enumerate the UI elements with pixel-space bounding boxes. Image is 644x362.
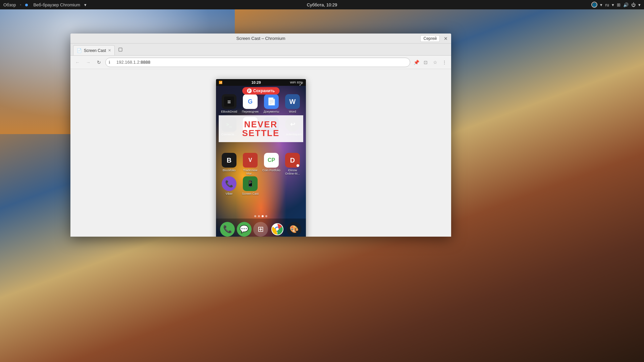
app-idinow-icon: D: [285, 153, 300, 168]
app-empty1-icon: [264, 176, 279, 191]
app-coin-portfolio-label: Coin Portfolio: [262, 169, 280, 172]
app-viber-icon: 📞: [222, 176, 236, 191]
security-icon: ℹ: [109, 60, 110, 65]
browser-tab-screencast[interactable]: 📄 Screen Cast ✕: [73, 45, 115, 55]
phone-status-bar: 📶 10:29 WiFi 83%: [216, 79, 306, 86]
app-blockfolio[interactable]: B Blockfolio: [220, 153, 238, 175]
tab-close-button[interactable]: ✕: [108, 48, 111, 53]
taskbar-browser-name[interactable]: Веб-браузер Chromium: [33, 2, 80, 7]
browser-tabbar: 📄 Screen Cast ✕: [70, 44, 451, 56]
app-empty1: [262, 176, 281, 195]
taskbar-overview[interactable]: Обзор: [3, 2, 16, 7]
address-url-display[interactable]: 192.168.1.2:8888: [105, 58, 410, 67]
browser-addressbar: ← → ↻ ℹ 192.168.1.2:8888 📌 ⊡ ☆ ⋮: [70, 56, 451, 69]
app-screencast-label: Screen Cast: [242, 192, 259, 195]
tab-document-icon: 📄: [77, 48, 82, 53]
taskbar-volume-icon[interactable]: 🔊: [623, 2, 629, 7]
browser-window-title: Screen Cast – Chromium: [198, 36, 323, 41]
app-word[interactable]: W Word: [283, 94, 302, 113]
app-coin-portfolio[interactable]: CP Coin Portfolio: [262, 153, 281, 175]
app-screencast[interactable]: 📱 Screen Cast: [241, 176, 260, 195]
app-viber[interactable]: 📞 Viber: [220, 176, 238, 195]
phone-middle-area: >_ Connecte... OLX OLX 📊: [216, 115, 306, 145]
app-idinow[interactable]: D iDinow Online-M...: [283, 153, 302, 175]
taskbar-sep1: •: [20, 3, 21, 7]
taskbar-power-dropdown[interactable]: ▾: [638, 2, 641, 7]
dock-pinwheel-icon[interactable]: 🎨: [287, 222, 302, 237]
never-settle-overlay: NEVER SETTLE: [219, 115, 303, 142]
taskbar-dropdown-icon[interactable]: ▾: [84, 2, 87, 7]
never-text: NEVER: [244, 120, 278, 129]
app-ebookdroid-icon: ≡: [222, 94, 236, 109]
forward-button[interactable]: →: [84, 58, 93, 67]
app-translate-label: Переводчик: [242, 110, 259, 113]
phone-wifi-icon: WiFi: [290, 81, 296, 84]
url-normal-part: 192.168.1.2:: [116, 60, 141, 65]
app-coin-portfolio-icon: CP: [264, 153, 279, 168]
dot-4: [265, 215, 267, 217]
pinterest-save-button[interactable]: P Сохранить: [242, 87, 279, 95]
app-tradeview-markets-icon: V: [243, 153, 258, 168]
taskbar-right: 🌐 ▾ ru ▾ ⊞ 🔊 ⏻ ▾: [591, 2, 644, 8]
taskbar-lang[interactable]: ru: [605, 2, 609, 7]
phone-fullscreen-button[interactable]: ⤢: [298, 81, 304, 87]
browser-close-button[interactable]: ✕: [443, 36, 448, 41]
taskbar-dot-indicator: [25, 2, 29, 7]
app-gdocs-label: Документы: [264, 110, 279, 113]
app-empty2-icon: [285, 176, 300, 191]
new-tab-button[interactable]: [116, 45, 125, 55]
dock-messages-icon[interactable]: 💬: [237, 222, 252, 237]
dock-chrome-icon[interactable]: [270, 222, 285, 237]
app-empty2: [283, 176, 302, 195]
phone-screen: 📶 10:29 WiFi 83% ⤢ P Сохранить: [216, 79, 306, 237]
svg-text:≡: ≡: [227, 99, 231, 105]
app-translate[interactable]: G Переводчик: [241, 94, 260, 113]
app-tradeview-markets-label: TradeView Mar...: [241, 169, 260, 175]
phone-dock: 📞 💬 ⊞ 🎨: [216, 219, 306, 237]
bookmark-icon[interactable]: ☆: [431, 58, 439, 66]
menu-icon[interactable]: ⋮: [440, 58, 448, 66]
taskbar-dropdown2-icon[interactable]: ▾: [600, 2, 602, 7]
pinterest-icon: P: [247, 88, 252, 93]
phone-apps-row3: B Blockfolio V TradeView Mar... CP Co: [216, 153, 306, 175]
profile-button[interactable]: Сергей: [420, 35, 440, 42]
addressbar-actions: 📌 ⊡ ☆ ⋮: [412, 58, 448, 66]
app-tradeview-markets[interactable]: V TradeView Mar...: [241, 153, 260, 175]
save-label: Сохранить: [253, 88, 275, 93]
taskbar-dropdown3-icon[interactable]: ▾: [612, 2, 614, 7]
app-word-label: Word: [289, 110, 296, 113]
dock-phone-icon[interactable]: 📞: [220, 222, 235, 237]
taskbar-datetime: Суббота, 10:29: [307, 2, 337, 7]
phone-time: 10:29: [251, 80, 261, 84]
app-blockfolio-label: Blockfolio: [223, 169, 236, 172]
status-left-icons: 📶: [219, 81, 222, 84]
app-screencast-icon: 📱: [243, 176, 258, 191]
app-translate-icon: G: [243, 94, 258, 109]
mirror-icon[interactable]: ⊡: [422, 58, 430, 66]
dock-apps-icon[interactable]: ⊞: [253, 222, 268, 237]
taskbar-globe-icon[interactable]: 🌐: [591, 2, 597, 8]
phone-sim-icon: 📶: [219, 81, 222, 84]
app-word-icon: W: [285, 94, 300, 109]
phone-apps-row1: ≡ EBookDroid G Переводчик 📄: [216, 94, 306, 113]
taskbar-left: Обзор • Веб-браузер Chromium ▾: [0, 2, 591, 7]
dot-1: [254, 215, 256, 217]
reload-button[interactable]: ↻: [95, 58, 103, 67]
taskbar-network-icon[interactable]: ⊞: [617, 2, 621, 7]
tab-title: Screen Cast: [84, 48, 106, 53]
phone-apps-row4: 📞 Viber 📱 Screen Cast: [216, 176, 306, 195]
app-blockfolio-icon: B: [222, 153, 236, 168]
settle-text: SETTLE: [242, 129, 280, 137]
svg-rect-0: [119, 48, 122, 51]
browser-titlebar: Screen Cast – Chromium Сергей ✕: [70, 34, 451, 44]
dot-3-active: [262, 215, 264, 217]
address-bar-wrap: ℹ 192.168.1.2:8888: [105, 58, 410, 67]
taskbar-power-icon[interactable]: ⏻: [631, 2, 636, 7]
back-button[interactable]: ←: [73, 58, 82, 67]
dot-2: [258, 215, 260, 217]
app-gdocs[interactable]: 📄 Документы: [262, 94, 281, 113]
browser-content: 📶 10:29 WiFi 83% ⤢ P Сохранить: [70, 69, 451, 237]
app-ebookdroid[interactable]: ≡ EBookDroid: [220, 94, 238, 113]
pin-icon[interactable]: 📌: [412, 58, 420, 66]
url-port-part: 8888: [141, 60, 150, 65]
